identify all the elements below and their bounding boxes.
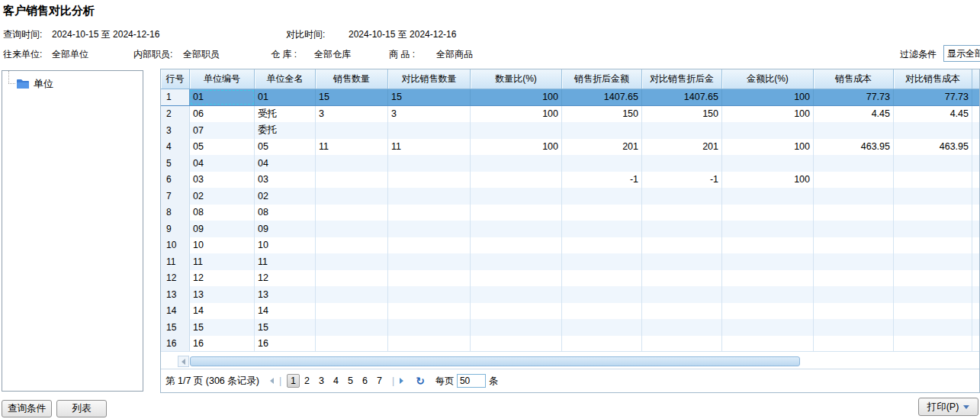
table-cell[interactable]: 11 bbox=[316, 139, 388, 156]
per-page-input[interactable] bbox=[457, 374, 486, 388]
table-cell[interactable]: 08 bbox=[190, 205, 255, 221]
page-number-6[interactable]: 6 bbox=[358, 375, 372, 386]
refresh-icon[interactable]: ↻ bbox=[416, 375, 425, 387]
table-cell[interactable] bbox=[894, 172, 972, 189]
table-cell[interactable]: -1 bbox=[562, 172, 642, 189]
table-cell[interactable]: 77.73 bbox=[894, 89, 972, 105]
table-cell[interactable] bbox=[894, 237, 972, 254]
tree-node-unit[interactable]: 单位 bbox=[10, 77, 53, 91]
table-cell[interactable] bbox=[722, 188, 814, 205]
table-cell[interactable]: 100 bbox=[722, 172, 814, 189]
table-cell[interactable]: 15 bbox=[388, 89, 471, 105]
table-cell[interactable] bbox=[562, 155, 642, 172]
table-cell[interactable] bbox=[471, 286, 562, 303]
table-cell[interactable]: 201 bbox=[642, 139, 722, 156]
table-cell[interactable] bbox=[722, 205, 814, 221]
table-cell[interactable]: 受托 bbox=[255, 106, 316, 123]
table-cell[interactable] bbox=[562, 303, 642, 320]
table-cell[interactable]: -1 bbox=[642, 172, 722, 189]
table-cell[interactable] bbox=[562, 221, 642, 237]
table-cell[interactable]: 100 bbox=[471, 139, 562, 156]
table-cell[interactable] bbox=[562, 270, 642, 287]
table-cell[interactable] bbox=[894, 303, 972, 320]
table-cell[interactable] bbox=[722, 237, 814, 254]
page-number-1[interactable]: 1 bbox=[287, 374, 300, 388]
table-cell[interactable] bbox=[562, 336, 642, 352]
table-cell[interactable] bbox=[814, 155, 894, 172]
table-cell[interactable] bbox=[722, 155, 814, 172]
table-cell[interactable] bbox=[642, 221, 722, 237]
table-cell[interactable]: 07 bbox=[190, 122, 255, 139]
table-cell[interactable]: 463.95 bbox=[894, 139, 972, 156]
table-cell[interactable] bbox=[642, 286, 722, 303]
table-cell[interactable] bbox=[316, 336, 388, 352]
table-cell[interactable] bbox=[471, 270, 562, 287]
table-cell[interactable]: 4.45 bbox=[894, 106, 972, 123]
scrollbar-thumb[interactable] bbox=[190, 356, 800, 366]
table-cell[interactable]: 04 bbox=[255, 155, 316, 172]
table-cell[interactable] bbox=[471, 122, 562, 139]
table-cell[interactable] bbox=[471, 155, 562, 172]
table-cell[interactable]: 06 bbox=[190, 106, 255, 123]
table-row[interactable]: 60303-1-1100 bbox=[161, 172, 979, 189]
table-cell[interactable] bbox=[316, 303, 388, 320]
table-cell[interactable] bbox=[894, 336, 972, 352]
table-cell[interactable] bbox=[814, 270, 894, 287]
table-cell[interactable]: 10 bbox=[190, 237, 255, 254]
column-header-9[interactable]: 销售成本 bbox=[814, 69, 894, 89]
table-cell[interactable] bbox=[814, 188, 894, 205]
table-cell[interactable] bbox=[642, 237, 722, 254]
scroll-left-button[interactable] bbox=[178, 356, 189, 367]
table-cell[interactable]: 77.73 bbox=[814, 89, 894, 105]
table-cell[interactable] bbox=[642, 270, 722, 287]
table-cell[interactable] bbox=[388, 319, 471, 336]
table-cell[interactable] bbox=[562, 253, 642, 270]
table-cell[interactable] bbox=[642, 155, 722, 172]
table-cell[interactable] bbox=[471, 221, 562, 237]
horizontal-scrollbar[interactable] bbox=[178, 356, 975, 367]
table-cell[interactable] bbox=[471, 237, 562, 254]
table-cell[interactable] bbox=[388, 237, 471, 254]
table-cell[interactable]: 02 bbox=[255, 188, 316, 205]
table-cell[interactable] bbox=[471, 336, 562, 352]
table-cell[interactable]: 15 bbox=[316, 89, 388, 105]
table-cell[interactable] bbox=[388, 221, 471, 237]
table-cell[interactable]: 150 bbox=[562, 106, 642, 123]
next-page-icon[interactable] bbox=[400, 378, 403, 384]
table-cell[interactable]: 15 bbox=[190, 319, 255, 336]
table-cell[interactable] bbox=[894, 188, 972, 205]
column-header-4[interactable]: 对比销售数量 bbox=[388, 69, 471, 89]
table-cell[interactable] bbox=[471, 253, 562, 270]
table-cell[interactable] bbox=[642, 253, 722, 270]
table-cell[interactable]: 09 bbox=[190, 221, 255, 237]
column-header-0[interactable]: 行号 bbox=[161, 69, 190, 89]
table-cell[interactable] bbox=[316, 122, 388, 139]
table-cell[interactable] bbox=[388, 122, 471, 139]
table-cell[interactable] bbox=[894, 122, 972, 139]
table-cell[interactable]: 100 bbox=[722, 89, 814, 105]
table-cell[interactable] bbox=[316, 286, 388, 303]
table-cell[interactable] bbox=[388, 188, 471, 205]
table-cell[interactable] bbox=[316, 221, 388, 237]
table-cell[interactable]: 12 bbox=[190, 270, 255, 287]
table-cell[interactable] bbox=[722, 122, 814, 139]
print-button[interactable]: 打印(P) bbox=[918, 398, 978, 416]
table-cell[interactable]: 08 bbox=[255, 205, 316, 221]
table-cell[interactable] bbox=[814, 122, 894, 139]
table-cell[interactable]: 100 bbox=[471, 89, 562, 105]
table-cell[interactable] bbox=[316, 172, 388, 189]
table-cell[interactable] bbox=[316, 270, 388, 287]
table-cell[interactable] bbox=[562, 205, 642, 221]
table-cell[interactable]: 16 bbox=[255, 336, 316, 352]
table-cell[interactable] bbox=[814, 205, 894, 221]
table-cell[interactable] bbox=[894, 286, 972, 303]
page-number-5[interactable]: 5 bbox=[343, 375, 358, 386]
table-row[interactable]: 1010115151001407.651407.6510077.7377.73 bbox=[161, 89, 979, 106]
table-cell[interactable]: 13 bbox=[255, 286, 316, 303]
table-cell[interactable] bbox=[388, 205, 471, 221]
table-cell[interactable] bbox=[388, 155, 471, 172]
table-cell[interactable] bbox=[894, 155, 972, 172]
table-row[interactable]: 80808 bbox=[161, 205, 979, 221]
table-row[interactable]: 90909 bbox=[161, 221, 979, 237]
table-cell[interactable]: 13 bbox=[190, 286, 255, 303]
